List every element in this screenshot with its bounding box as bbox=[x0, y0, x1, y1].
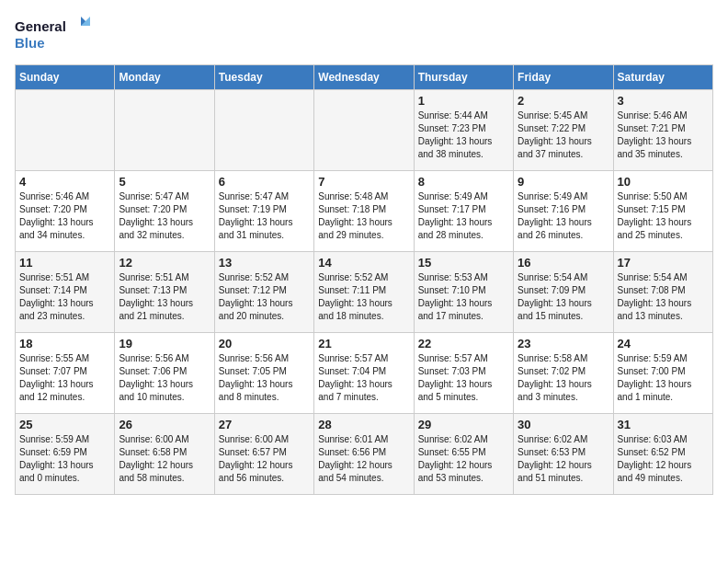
day-info: Sunrise: 5:44 AM Sunset: 7:23 PM Dayligh… bbox=[418, 109, 509, 161]
day-number: 20 bbox=[219, 337, 310, 350]
day-number: 2 bbox=[518, 94, 609, 108]
calendar-cell bbox=[214, 90, 313, 171]
header-cell-friday: Friday bbox=[514, 65, 613, 90]
day-info: Sunrise: 5:45 AM Sunset: 7:22 PM Dayligh… bbox=[518, 109, 609, 161]
calendar-cell: 10Sunrise: 5:50 AM Sunset: 7:15 PM Dayli… bbox=[613, 171, 712, 252]
header-cell-thursday: Thursday bbox=[414, 65, 513, 90]
calendar-cell: 1Sunrise: 5:44 AM Sunset: 7:23 PM Daylig… bbox=[414, 90, 513, 171]
day-number: 3 bbox=[618, 94, 709, 108]
calendar-cell: 28Sunrise: 6:01 AM Sunset: 6:56 PM Dayli… bbox=[314, 414, 414, 495]
day-info: Sunrise: 5:51 AM Sunset: 7:14 PM Dayligh… bbox=[19, 271, 110, 323]
header-cell-saturday: Saturday bbox=[613, 65, 712, 90]
calendar-week-5: 25Sunrise: 5:59 AM Sunset: 6:59 PM Dayli… bbox=[16, 414, 713, 495]
calendar-cell: 24Sunrise: 5:59 AM Sunset: 7:00 PM Dayli… bbox=[613, 333, 712, 414]
day-number: 8 bbox=[418, 175, 509, 189]
day-number: 29 bbox=[418, 418, 509, 431]
calendar-cell: 23Sunrise: 5:58 AM Sunset: 7:02 PM Dayli… bbox=[514, 333, 613, 414]
day-info: Sunrise: 5:59 AM Sunset: 6:59 PM Dayligh… bbox=[19, 433, 110, 485]
calendar-header: SundayMondayTuesdayWednesdayThursdayFrid… bbox=[16, 65, 713, 90]
day-info: Sunrise: 5:47 AM Sunset: 7:19 PM Dayligh… bbox=[219, 190, 310, 242]
day-number: 19 bbox=[119, 337, 210, 350]
day-info: Sunrise: 5:52 AM Sunset: 7:11 PM Dayligh… bbox=[318, 271, 409, 323]
day-info: Sunrise: 5:54 AM Sunset: 7:09 PM Dayligh… bbox=[518, 271, 609, 323]
day-number: 24 bbox=[618, 337, 709, 350]
day-number: 27 bbox=[219, 418, 310, 431]
day-info: Sunrise: 5:57 AM Sunset: 7:04 PM Dayligh… bbox=[318, 352, 409, 404]
day-number: 7 bbox=[318, 175, 409, 189]
header-cell-wednesday: Wednesday bbox=[314, 65, 414, 90]
day-info: Sunrise: 5:57 AM Sunset: 7:03 PM Dayligh… bbox=[418, 352, 509, 404]
day-number: 30 bbox=[518, 418, 609, 431]
calendar-week-4: 18Sunrise: 5:55 AM Sunset: 7:07 PM Dayli… bbox=[16, 333, 713, 414]
day-info: Sunrise: 6:02 AM Sunset: 6:53 PM Dayligh… bbox=[518, 433, 609, 485]
day-info: Sunrise: 6:03 AM Sunset: 6:52 PM Dayligh… bbox=[618, 433, 709, 485]
day-info: Sunrise: 5:55 AM Sunset: 7:07 PM Dayligh… bbox=[19, 352, 110, 404]
day-info: Sunrise: 5:51 AM Sunset: 7:13 PM Dayligh… bbox=[119, 271, 210, 323]
calendar-cell: 5Sunrise: 5:47 AM Sunset: 7:20 PM Daylig… bbox=[115, 171, 214, 252]
day-info: Sunrise: 5:58 AM Sunset: 7:02 PM Dayligh… bbox=[518, 352, 609, 404]
calendar-cell: 19Sunrise: 5:56 AM Sunset: 7:06 PM Dayli… bbox=[115, 333, 214, 414]
day-info: Sunrise: 5:49 AM Sunset: 7:16 PM Dayligh… bbox=[518, 190, 609, 242]
day-number: 9 bbox=[518, 175, 609, 189]
day-number: 23 bbox=[518, 337, 609, 350]
calendar-cell: 26Sunrise: 6:00 AM Sunset: 6:58 PM Dayli… bbox=[115, 414, 214, 495]
day-number: 17 bbox=[618, 256, 709, 270]
day-number: 18 bbox=[19, 337, 110, 350]
calendar-cell: 4Sunrise: 5:46 AM Sunset: 7:20 PM Daylig… bbox=[16, 171, 115, 252]
calendar-cell: 18Sunrise: 5:55 AM Sunset: 7:07 PM Dayli… bbox=[16, 333, 115, 414]
calendar-week-2: 4Sunrise: 5:46 AM Sunset: 7:20 PM Daylig… bbox=[16, 171, 713, 252]
day-info: Sunrise: 5:46 AM Sunset: 7:20 PM Dayligh… bbox=[19, 190, 110, 242]
day-info: Sunrise: 6:00 AM Sunset: 6:57 PM Dayligh… bbox=[219, 433, 310, 485]
calendar-cell: 2Sunrise: 5:45 AM Sunset: 7:22 PM Daylig… bbox=[514, 90, 613, 171]
header-cell-tuesday: Tuesday bbox=[214, 65, 313, 90]
calendar-cell: 30Sunrise: 6:02 AM Sunset: 6:53 PM Dayli… bbox=[514, 414, 613, 495]
day-number: 14 bbox=[318, 256, 409, 270]
day-info: Sunrise: 5:48 AM Sunset: 7:18 PM Dayligh… bbox=[318, 190, 409, 242]
calendar-cell: 27Sunrise: 6:00 AM Sunset: 6:57 PM Dayli… bbox=[214, 414, 313, 495]
day-info: Sunrise: 5:56 AM Sunset: 7:05 PM Dayligh… bbox=[219, 352, 310, 404]
day-number: 6 bbox=[219, 175, 310, 189]
calendar-body: 1Sunrise: 5:44 AM Sunset: 7:23 PM Daylig… bbox=[16, 90, 713, 495]
day-number: 28 bbox=[318, 418, 409, 431]
calendar-cell: 8Sunrise: 5:49 AM Sunset: 7:17 PM Daylig… bbox=[414, 171, 513, 252]
day-number: 26 bbox=[119, 418, 210, 431]
day-info: Sunrise: 5:47 AM Sunset: 7:20 PM Dayligh… bbox=[119, 190, 210, 242]
calendar-cell: 9Sunrise: 5:49 AM Sunset: 7:16 PM Daylig… bbox=[514, 171, 613, 252]
day-info: Sunrise: 5:53 AM Sunset: 7:10 PM Dayligh… bbox=[418, 271, 509, 323]
calendar-cell: 31Sunrise: 6:03 AM Sunset: 6:52 PM Dayli… bbox=[613, 414, 712, 495]
day-number: 31 bbox=[618, 418, 709, 431]
day-info: Sunrise: 6:02 AM Sunset: 6:55 PM Dayligh… bbox=[418, 433, 509, 485]
calendar-cell: 22Sunrise: 5:57 AM Sunset: 7:03 PM Dayli… bbox=[414, 333, 513, 414]
day-number: 5 bbox=[119, 175, 210, 189]
day-info: Sunrise: 5:59 AM Sunset: 7:00 PM Dayligh… bbox=[618, 352, 709, 404]
calendar-cell: 11Sunrise: 5:51 AM Sunset: 7:14 PM Dayli… bbox=[16, 252, 115, 333]
calendar-cell: 14Sunrise: 5:52 AM Sunset: 7:11 PM Dayli… bbox=[314, 252, 414, 333]
calendar-cell: 17Sunrise: 5:54 AM Sunset: 7:08 PM Dayli… bbox=[613, 252, 712, 333]
day-number: 10 bbox=[618, 175, 709, 189]
calendar-week-3: 11Sunrise: 5:51 AM Sunset: 7:14 PM Dayli… bbox=[16, 252, 713, 333]
day-number: 16 bbox=[518, 256, 609, 270]
calendar-cell: 20Sunrise: 5:56 AM Sunset: 7:05 PM Dayli… bbox=[214, 333, 313, 414]
calendar-cell: 21Sunrise: 5:57 AM Sunset: 7:04 PM Dayli… bbox=[314, 333, 414, 414]
logo: General Blue bbox=[15, 15, 97, 53]
day-info: Sunrise: 5:56 AM Sunset: 7:06 PM Dayligh… bbox=[119, 352, 210, 404]
calendar-cell: 13Sunrise: 5:52 AM Sunset: 7:12 PM Dayli… bbox=[214, 252, 313, 333]
day-number: 25 bbox=[19, 418, 110, 431]
day-info: Sunrise: 6:00 AM Sunset: 6:58 PM Dayligh… bbox=[119, 433, 210, 485]
calendar-cell: 29Sunrise: 6:02 AM Sunset: 6:55 PM Dayli… bbox=[414, 414, 513, 495]
day-number: 11 bbox=[19, 256, 110, 270]
day-info: Sunrise: 6:01 AM Sunset: 6:56 PM Dayligh… bbox=[318, 433, 409, 485]
calendar-table: SundayMondayTuesdayWednesdayThursdayFrid… bbox=[15, 64, 713, 495]
day-number: 4 bbox=[19, 175, 110, 189]
calendar-cell: 25Sunrise: 5:59 AM Sunset: 6:59 PM Dayli… bbox=[16, 414, 115, 495]
calendar-cell bbox=[314, 90, 414, 171]
calendar-cell: 12Sunrise: 5:51 AM Sunset: 7:13 PM Dayli… bbox=[115, 252, 214, 333]
day-number: 13 bbox=[219, 256, 310, 270]
header-cell-sunday: Sunday bbox=[16, 65, 115, 90]
calendar-cell: 3Sunrise: 5:46 AM Sunset: 7:21 PM Daylig… bbox=[613, 90, 712, 171]
day-number: 15 bbox=[418, 256, 509, 270]
calendar-cell: 15Sunrise: 5:53 AM Sunset: 7:10 PM Dayli… bbox=[414, 252, 513, 333]
day-number: 22 bbox=[418, 337, 509, 350]
logo-svg: General Blue bbox=[15, 15, 97, 53]
calendar-cell: 6Sunrise: 5:47 AM Sunset: 7:19 PM Daylig… bbox=[214, 171, 313, 252]
